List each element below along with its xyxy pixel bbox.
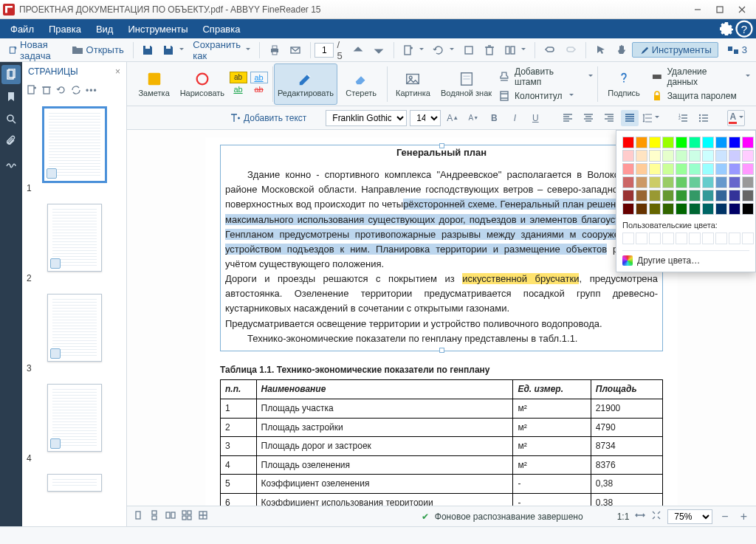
- color-swatch[interactable]: [649, 137, 661, 148]
- color-swatch[interactable]: [622, 203, 634, 215]
- color-swatch[interactable]: [715, 150, 727, 162]
- bold-button[interactable]: B: [485, 110, 503, 126]
- color-swatch[interactable]: [702, 137, 714, 148]
- color-swatch[interactable]: [702, 163, 714, 175]
- color-swatch[interactable]: [622, 150, 634, 162]
- hand-button[interactable]: [611, 42, 632, 58]
- save-button[interactable]: [137, 42, 158, 58]
- font-shrink-icon[interactable]: A▼: [464, 110, 482, 126]
- color-swatch[interactable]: [742, 163, 754, 175]
- color-swatch[interactable]: [649, 150, 661, 162]
- color-swatch[interactable]: [742, 150, 754, 162]
- save-split-button[interactable]: [158, 42, 188, 58]
- color-swatch[interactable]: [689, 163, 701, 175]
- ribbon-note[interactable]: Заметка: [130, 63, 178, 105]
- align-right-icon[interactable]: [600, 110, 618, 126]
- color-swatch[interactable]: [742, 137, 754, 148]
- highlight-blue-icon[interactable]: ab: [250, 72, 268, 83]
- italic-button[interactable]: I: [506, 110, 523, 126]
- page-down-button[interactable]: [368, 42, 389, 58]
- ribbon-header-footer[interactable]: Колонтитул: [498, 90, 573, 102]
- color-swatch[interactable]: [742, 190, 754, 202]
- ribbon-edit[interactable]: Редактировать: [274, 63, 337, 105]
- menu-edit[interactable]: Правка: [41, 21, 89, 38]
- menu-view[interactable]: Вид: [89, 21, 121, 38]
- color-swatch[interactable]: [715, 176, 727, 188]
- mail-button[interactable]: [285, 42, 306, 58]
- color-swatch[interactable]: [676, 203, 687, 215]
- color-swatch[interactable]: [676, 176, 687, 188]
- pages-more-icon[interactable]: •••: [86, 86, 97, 96]
- new-task-button[interactable]: Новая задача: [4, 37, 67, 63]
- view-two-cont-icon[interactable]: [182, 510, 192, 523]
- view-single-icon[interactable]: [133, 510, 143, 523]
- align-left-icon[interactable]: [559, 110, 577, 126]
- color-swatch[interactable]: [676, 150, 687, 162]
- page-thumb-2[interactable]: 2: [27, 204, 122, 283]
- tabs-counter[interactable]: 3: [723, 42, 752, 58]
- color-swatch[interactable]: [689, 137, 701, 148]
- color-swatch[interactable]: [729, 163, 740, 175]
- color-swatch[interactable]: [689, 190, 701, 202]
- zoom-ratio[interactable]: 1:1: [617, 512, 630, 522]
- menu-tools[interactable]: Инструменты: [120, 21, 195, 38]
- color-swatch[interactable]: [649, 190, 661, 202]
- ribbon-picture[interactable]: Картинка: [389, 63, 437, 105]
- font-grow-icon[interactable]: A▲: [444, 110, 461, 126]
- color-swatch[interactable]: [676, 137, 687, 148]
- color-swatch[interactable]: [649, 203, 661, 215]
- color-swatch[interactable]: [742, 203, 754, 215]
- view-two-icon[interactable]: [165, 510, 176, 523]
- color-swatch[interactable]: [636, 203, 647, 215]
- ribbon-signature[interactable]: Подпись: [599, 63, 647, 105]
- page-number-input[interactable]: [315, 43, 334, 58]
- settings-icon[interactable]: [718, 20, 735, 38]
- color-swatch[interactable]: [676, 163, 687, 175]
- pages-add-icon[interactable]: [27, 85, 37, 97]
- align-center-icon[interactable]: [580, 110, 597, 126]
- color-swatch[interactable]: [649, 163, 661, 175]
- color-swatch[interactable]: [662, 190, 674, 202]
- color-swatch[interactable]: [729, 137, 740, 148]
- ribbon-add-stamp[interactable]: Добавить штамп: [498, 66, 593, 87]
- menu-file[interactable]: Файл: [3, 21, 41, 38]
- ribbon-erase[interactable]: Стереть: [337, 63, 385, 105]
- list-numbered-icon[interactable]: 12: [674, 110, 692, 126]
- color-swatch[interactable]: [636, 190, 647, 202]
- nav-pages-icon[interactable]: [1, 65, 21, 84]
- close-button[interactable]: [731, 1, 753, 18]
- color-swatch[interactable]: [715, 163, 727, 175]
- color-swatch[interactable]: [715, 190, 727, 202]
- color-swatch[interactable]: [662, 137, 674, 148]
- pages-delete-icon[interactable]: [41, 85, 52, 97]
- fit-page-icon[interactable]: [651, 510, 662, 523]
- more-colors-button[interactable]: Другие цвета…: [622, 250, 749, 266]
- zoom-in-button[interactable]: +: [738, 510, 750, 523]
- color-swatch[interactable]: [622, 176, 634, 188]
- font-family-select[interactable]: Franklin Gothic Bo: [326, 110, 407, 126]
- color-swatch[interactable]: [622, 163, 634, 175]
- align-justify-icon[interactable]: [621, 110, 639, 126]
- color-swatch[interactable]: [702, 203, 714, 215]
- color-swatch[interactable]: [636, 163, 647, 175]
- color-swatch[interactable]: [662, 150, 674, 162]
- color-swatch[interactable]: [689, 150, 701, 162]
- color-swatch[interactable]: [662, 176, 674, 188]
- pointer-button[interactable]: [591, 42, 611, 58]
- nav-search-icon[interactable]: [1, 109, 21, 128]
- undo-button[interactable]: [540, 42, 560, 58]
- color-swatch[interactable]: [622, 137, 634, 148]
- pages-add-button[interactable]: [398, 42, 428, 58]
- redo-button[interactable]: [560, 42, 581, 58]
- color-swatch[interactable]: [702, 150, 714, 162]
- text-frame[interactable]: Генеральный план Здание конно - спортивн…: [220, 145, 663, 351]
- delete-page-button[interactable]: [479, 42, 500, 58]
- color-swatch[interactable]: [715, 137, 727, 148]
- color-swatch[interactable]: [662, 163, 674, 175]
- color-swatch[interactable]: [689, 203, 701, 215]
- view-sync-icon[interactable]: [198, 510, 208, 523]
- page-thumb-5[interactable]: [27, 474, 122, 492]
- pages-refresh-icon[interactable]: [71, 85, 81, 97]
- color-swatch[interactable]: [729, 176, 740, 188]
- rotate-button[interactable]: [428, 42, 458, 58]
